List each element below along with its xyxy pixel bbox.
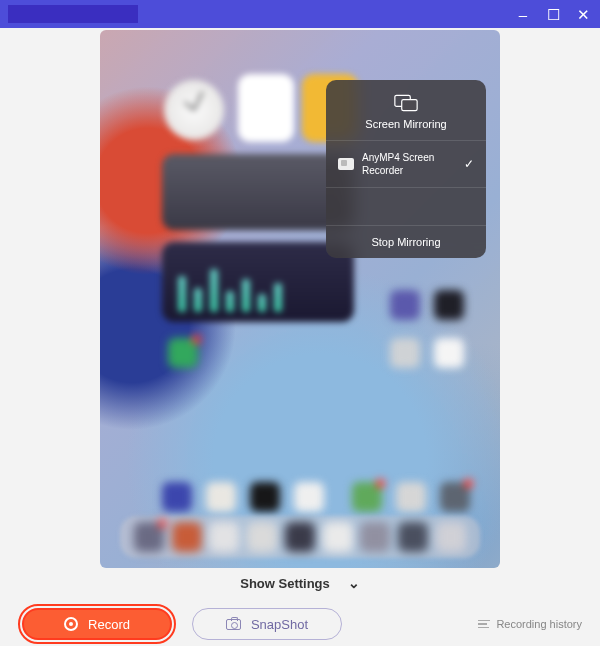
app-icon (436, 522, 466, 552)
record-label: Record (88, 617, 130, 632)
mirroring-device-name: AnyMP4 Screen Recorder (362, 151, 456, 177)
record-icon (64, 617, 78, 631)
close-button[interactable]: ✕ (574, 5, 592, 23)
title-bar: – ☐ ✕ (0, 0, 600, 28)
minimize-button[interactable]: – (514, 5, 532, 23)
device-preview: Screen Mirroring AnyMP4 Screen Recorder … (100, 30, 500, 568)
check-icon: ✓ (464, 157, 474, 171)
app-logo (8, 5, 138, 23)
app-icon (285, 522, 315, 552)
mirroring-empty-row (326, 188, 486, 226)
camera-icon (226, 619, 241, 630)
app-icon (398, 522, 428, 552)
app-icon (250, 482, 280, 512)
chevron-down-icon: ⌄ (348, 575, 360, 591)
app-icon (168, 338, 198, 368)
window-controls: – ☐ ✕ (514, 5, 592, 23)
app-icon (206, 482, 236, 512)
app-icon (172, 522, 202, 552)
app-icon (323, 522, 353, 552)
app-icon (396, 482, 426, 512)
show-settings-toggle[interactable]: Show Settings ⌄ (0, 568, 600, 598)
mirroring-device-row[interactable]: AnyMP4 Screen Recorder ✓ (326, 140, 486, 188)
note-widget (238, 74, 294, 142)
stage-wrap: Screen Mirroring AnyMP4 Screen Recorder … (0, 28, 600, 568)
app-icon (162, 482, 192, 512)
app-icon (352, 482, 382, 512)
dock (120, 516, 480, 558)
app-icon (294, 482, 324, 512)
record-button-wrap: Record (18, 604, 176, 644)
app-icon (434, 338, 464, 368)
maximize-button[interactable]: ☐ (544, 5, 562, 23)
widget (162, 242, 354, 322)
show-settings-label: Show Settings (240, 576, 330, 591)
svg-rect-1 (402, 100, 417, 111)
app-icon (390, 290, 420, 320)
app-icon (360, 522, 390, 552)
recording-history-link[interactable]: Recording history (478, 618, 582, 630)
app-icon (434, 290, 464, 320)
stop-mirroring-button[interactable]: Stop Mirroring (326, 226, 486, 258)
recording-history-label: Recording history (496, 618, 582, 630)
screen-mirroring-header: Screen Mirroring (326, 80, 486, 140)
app-icon (247, 522, 277, 552)
snapshot-button[interactable]: SnapShot (192, 608, 342, 640)
display-icon (338, 158, 354, 170)
record-button[interactable]: Record (22, 608, 172, 640)
action-row: Record SnapShot Recording history (0, 598, 600, 644)
screen-mirroring-title: Screen Mirroring (326, 118, 486, 130)
app-icon (390, 338, 420, 368)
app-icon (134, 522, 164, 552)
snapshot-label: SnapShot (251, 617, 308, 632)
app-icon (440, 482, 470, 512)
list-icon (478, 620, 490, 629)
screen-mirroring-icon (394, 94, 418, 112)
app-icon (209, 522, 239, 552)
clock-widget (164, 80, 224, 140)
screen-mirroring-panel: Screen Mirroring AnyMP4 Screen Recorder … (326, 80, 486, 258)
